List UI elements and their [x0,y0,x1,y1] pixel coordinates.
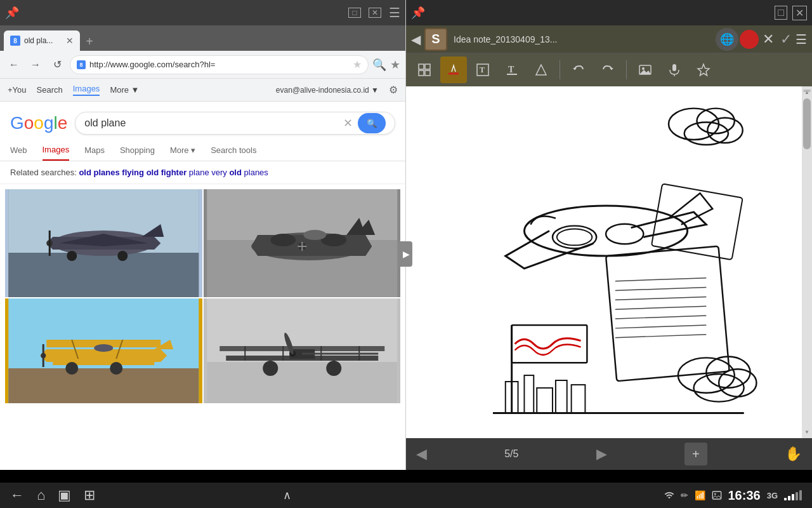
svg-point-67 [642,67,645,70]
google-nav-more[interactable]: More ▼ [110,85,139,95]
note-globe-button[interactable]: 🌐 [716,28,738,51]
select-tool-button[interactable] [411,57,438,83]
stylus-icon: ✏ [681,490,688,500]
image-result-2[interactable] [204,189,401,297]
svg-text:T: T [508,65,514,74]
google-nav-plus-you[interactable]: +You [8,85,27,95]
browser-menu-button[interactable]: ☰ [389,5,400,20]
shape-tool-button[interactable] [528,57,554,83]
url-box[interactable]: 8 http://www.google.com/search?hl= ★ [70,55,369,74]
bookmark-star-icon[interactable]: ★ [353,58,362,70]
google-nav-search[interactable]: Search [37,85,63,95]
star-bookmark-button[interactable] [690,57,717,83]
insert-image-button[interactable] [632,57,658,83]
svg-point-102 [714,493,716,495]
related-link-1[interactable]: old planes flying [79,168,144,177]
svg-rect-101 [712,491,721,499]
image-result-4[interactable] [204,298,401,403]
svg-rect-54 [425,64,430,69]
svg-point-79 [606,224,643,244]
text-box-tool-button[interactable]: T [469,57,496,83]
note-next-page-button[interactable]: ▶ [596,446,607,462]
refresh-button[interactable]: ↺ [48,56,66,74]
note-hand-button[interactable]: ✋ [785,446,802,462]
svg-marker-68 [639,70,651,74]
svg-line-86 [615,325,706,328]
note-prev-page-button[interactable]: ◀ [416,446,427,462]
url-text: http://www.google.com/search?hl= [89,60,349,69]
search-tab-more[interactable]: More ▾ [170,140,195,160]
note-pin-icon[interactable]: 📌 [411,6,425,20]
svg-rect-55 [419,70,424,76]
search-tab-tools[interactable]: Search tools [211,140,256,160]
tab-close-button[interactable]: ✕ [66,36,74,46]
related-link-2[interactable]: old fighter plane [147,168,209,177]
close-window-button[interactable]: ✕ [369,8,381,18]
toolbar-divider-1 [560,60,560,79]
pin-icon[interactable]: 📌 [5,6,19,20]
note-back-button[interactable]: ◀ [411,32,421,47]
svg-line-82 [615,288,706,291]
note-maximize-button[interactable]: □ [775,6,787,20]
svg-rect-80 [606,246,730,382]
svg-point-99 [719,369,756,397]
svg-rect-93 [556,380,567,413]
note-title-bar: 📌 □ ✕ [406,0,812,25]
image-result-3[interactable] [5,298,202,403]
note-record-button[interactable] [740,30,759,49]
note-add-page-button[interactable]: + [684,443,707,465]
mic-button[interactable] [661,57,688,83]
related-link-3[interactable]: very old planes [211,168,268,177]
bookmark-button[interactable]: ★ [390,58,400,72]
back-button[interactable]: ← [5,56,23,74]
svg-point-73 [697,109,735,134]
tab-title: old pla... [24,36,62,45]
related-searches: Related searches: old planes flying old … [0,161,405,184]
scrollbar-thumb[interactable] [803,98,811,149]
search-tab-images[interactable]: Images [43,140,70,161]
image-result-1[interactable] [5,189,202,297]
note-canvas[interactable]: ▲ ▼ [406,86,812,438]
apps-grid-button[interactable]: ⊞ [84,487,95,504]
back-nav-button[interactable]: ← [10,487,24,504]
settings-gear-icon[interactable]: ⚙ [389,84,398,96]
note-save-button[interactable]: ✓ [778,29,794,50]
new-tab-button[interactable]: + [80,32,99,51]
recent-apps-button[interactable]: ▣ [58,487,71,504]
note-toolbar: ◀ S Idea note_20130409_13... 🌐 ✕ ✓ ☰ [406,25,812,53]
gallery-icon [712,490,722,500]
browser-tab[interactable]: 8 old pla... ✕ [4,30,80,51]
status-time: 16:36 [728,488,761,503]
svg-rect-25 [8,368,199,403]
note-scrollbar[interactable]: ▲ ▼ [802,86,812,438]
svg-line-83 [615,297,706,300]
home-nav-button[interactable]: ⌂ [37,487,45,504]
search-button[interactable]: 🔍 [372,58,386,72]
google-nav-images[interactable]: Images [73,84,100,96]
maximize-button[interactable]: □ [348,8,361,18]
search-submit-button[interactable]: 🔍 [358,113,386,133]
tab-favicon: 8 [10,36,20,46]
text-tool-button[interactable]: T [499,57,525,83]
search-query-text: old plane [84,117,343,129]
google-account-email[interactable]: evan@alive-indonesia.co.id ▼ [276,86,379,95]
search-tab-shopping[interactable]: Shopping [120,140,155,160]
browser-panel: 📌 □ ✕ ☰ 8 old pla... ✕ + ← → ↺ 8 http [0,0,406,470]
search-tab-maps[interactable]: Maps [84,140,105,160]
redo-button[interactable] [594,57,621,83]
search-tab-web[interactable]: Web [10,140,27,160]
note-close-window-button[interactable]: ✕ [792,6,807,20]
search-submit-icon: 🔍 [367,119,377,128]
svg-rect-89 [512,325,587,363]
pen-tool-button[interactable] [440,57,467,83]
note-discard-button[interactable]: ✕ [760,29,776,50]
search-clear-icon[interactable]: ✕ [343,116,353,130]
forward-button[interactable]: → [27,56,44,74]
star-icon [697,63,710,77]
undo-button[interactable] [565,57,592,83]
panel-collapse-arrow[interactable]: ▶ [400,241,412,267]
related-label: Related searches: [10,168,77,177]
note-menu-button[interactable]: ☰ [796,32,807,47]
search-box[interactable]: old plane ✕ 🔍 [75,112,395,135]
keyboard-collapse-button[interactable]: ∧ [283,488,291,502]
